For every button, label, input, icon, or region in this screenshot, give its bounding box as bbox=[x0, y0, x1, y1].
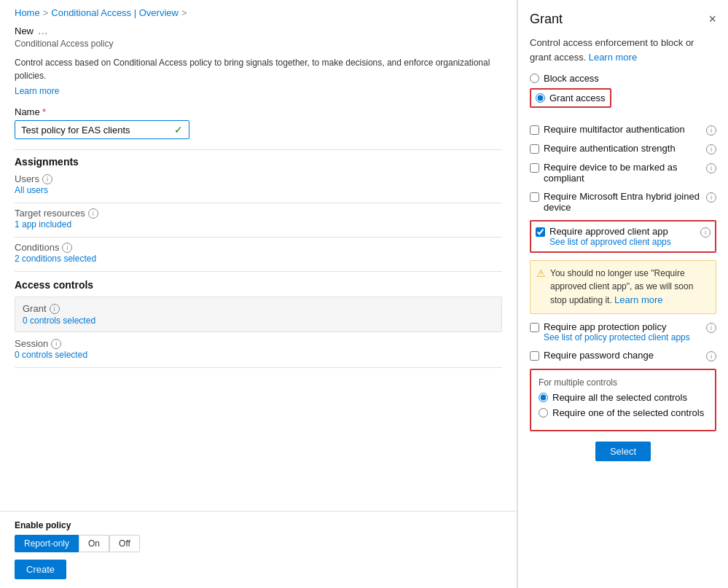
checkbox-auth-strength-label: Require authentication strength bbox=[544, 143, 676, 154]
checkbox-auth-strength-input[interactable] bbox=[530, 144, 539, 154]
page-title-text: New bbox=[15, 26, 34, 36]
left-panel: Home > Conditional Access | Overview > N… bbox=[0, 0, 517, 588]
toggle-on[interactable]: On bbox=[79, 535, 109, 552]
session-item: Session i 0 controls selected bbox=[15, 338, 502, 360]
panel-description: Control access enforcement to block or g… bbox=[530, 36, 716, 64]
require-all-option[interactable]: Require all the selected controls bbox=[539, 392, 708, 403]
checkbox-approved-client-input[interactable] bbox=[536, 227, 545, 237]
session-info-icon[interactable]: i bbox=[51, 339, 61, 349]
multiple-controls-title: For multiple controls bbox=[539, 377, 708, 388]
grant-access-option[interactable]: Grant access bbox=[536, 93, 606, 103]
grant-box-title: Grant i bbox=[23, 303, 494, 314]
grant-access-radio[interactable] bbox=[536, 93, 545, 103]
checkbox-hybrid-label: Require Microsoft Entra hybrid joined de… bbox=[544, 191, 700, 213]
name-input[interactable] bbox=[21, 125, 174, 136]
require-one-radio[interactable] bbox=[539, 408, 548, 418]
access-radio-group: Block access Grant access bbox=[530, 73, 716, 115]
approved-client-wrap: Require approved client app See list of … bbox=[549, 226, 696, 247]
right-panel: Grant × Control access enforcement to bl… bbox=[517, 0, 728, 588]
block-access-radio[interactable] bbox=[530, 74, 539, 83]
panel-learn-more[interactable]: Learn more bbox=[589, 52, 637, 63]
toggle-report-only[interactable]: Report-only bbox=[15, 535, 79, 552]
enable-policy-label: Enable policy bbox=[15, 520, 502, 530]
checkbox-password-change-label: Require password change bbox=[544, 350, 654, 361]
panel-header: Grant × bbox=[530, 12, 716, 27]
conditions-info-icon[interactable]: i bbox=[62, 243, 72, 253]
learn-more-link[interactable]: Learn more bbox=[15, 86, 59, 96]
block-access-label: Block access bbox=[544, 73, 599, 84]
block-access-option[interactable]: Block access bbox=[530, 73, 716, 84]
checkbox-password-change-wrap: Require password change bbox=[544, 350, 702, 361]
conditions-label: Conditions i bbox=[15, 242, 502, 253]
require-all-label: Require all the selected controls bbox=[552, 392, 687, 403]
checkbox-hybrid-input[interactable] bbox=[530, 192, 539, 202]
warning-text: You should no longer use "Require approv… bbox=[550, 267, 710, 307]
create-button[interactable]: Create bbox=[15, 560, 66, 579]
checkbox-mfa-input[interactable] bbox=[530, 125, 539, 135]
hybrid-info-icon[interactable]: i bbox=[706, 192, 716, 203]
checkbox-password-change-input[interactable] bbox=[530, 351, 539, 361]
checkbox-app-protection-wrap: Require app protection policy See list o… bbox=[544, 321, 702, 342]
description-text: Control access based on Conditional Acce… bbox=[15, 56, 502, 82]
require-one-label: Require one of the selected controls bbox=[552, 407, 704, 418]
breadcrumb: Home > Conditional Access | Overview > bbox=[15, 7, 502, 18]
access-controls-title: Access controls bbox=[15, 279, 502, 291]
users-info-icon[interactable]: i bbox=[42, 174, 52, 184]
users-value[interactable]: All users bbox=[15, 185, 48, 195]
warning-box: ⚠ You should no longer use "Require appr… bbox=[530, 260, 716, 314]
target-resources-info-icon[interactable]: i bbox=[88, 208, 98, 219]
grant-box[interactable]: Grant i 0 controls selected bbox=[15, 297, 502, 332]
warning-learn-more[interactable]: Learn more bbox=[614, 294, 662, 305]
checkbox-list: Require multifactor authentication i Req… bbox=[530, 124, 716, 361]
target-resources-item: Target resources i 1 app included bbox=[15, 208, 502, 230]
conditions-value[interactable]: 2 conditions selected bbox=[15, 254, 96, 264]
grant-access-box: Grant access bbox=[530, 88, 611, 108]
select-button[interactable]: Select bbox=[595, 442, 651, 461]
checkbox-mfa: Require multifactor authentication i bbox=[530, 124, 716, 136]
users-item: Users i All users bbox=[15, 173, 502, 195]
checkbox-compliant-input[interactable] bbox=[530, 163, 539, 173]
compliant-info-icon[interactable]: i bbox=[706, 163, 716, 173]
close-button[interactable]: × bbox=[708, 12, 716, 27]
conditions-item: Conditions i 2 conditions selected bbox=[15, 242, 502, 264]
breadcrumb-sep1: > bbox=[43, 7, 49, 18]
checkbox-app-protection: Require app protection policy See list o… bbox=[530, 321, 716, 342]
page-dots: ... bbox=[38, 24, 47, 37]
name-section: Name * ✓ bbox=[15, 106, 502, 139]
breadcrumb-conditional-access[interactable]: Conditional Access | Overview bbox=[51, 7, 179, 18]
approved-client-info-icon[interactable]: i bbox=[700, 227, 711, 238]
toggle-off[interactable]: Off bbox=[109, 535, 140, 552]
grant-info-icon[interactable]: i bbox=[50, 304, 60, 314]
page-subtitle: Conditional Access policy bbox=[15, 39, 502, 49]
session-label: Session i bbox=[15, 338, 502, 349]
name-input-wrapper: ✓ bbox=[15, 120, 189, 139]
require-one-option[interactable]: Require one of the selected controls bbox=[539, 407, 708, 418]
toggle-group: Report-only On Off bbox=[15, 535, 502, 552]
checkbox-auth-strength-wrap: Require authentication strength bbox=[544, 143, 702, 154]
session-value[interactable]: 0 controls selected bbox=[15, 350, 87, 360]
checkbox-mfa-label: Require multifactor authentication bbox=[544, 124, 685, 135]
target-resources-label: Target resources i bbox=[15, 208, 502, 219]
checkbox-compliant-label: Require device to be marked as compliant bbox=[544, 162, 678, 184]
mfa-info-icon[interactable]: i bbox=[706, 125, 716, 136]
approved-client-sublabel[interactable]: See list of approved client apps bbox=[549, 237, 696, 247]
password-change-info-icon[interactable]: i bbox=[706, 351, 716, 361]
app-protection-info-icon[interactable]: i bbox=[706, 323, 716, 333]
checkbox-password-change: Require password change i bbox=[530, 350, 716, 361]
checkbox-compliant-wrap: Require device to be marked as compliant bbox=[544, 162, 702, 184]
checkbox-app-protection-input[interactable] bbox=[530, 323, 539, 332]
require-all-radio[interactable] bbox=[539, 393, 548, 402]
approved-client-inner: Require approved client app See list of … bbox=[536, 226, 711, 247]
access-controls-section: Access controls Grant i 0 controls selec… bbox=[15, 279, 502, 368]
app-protection-sublabel[interactable]: See list of policy protected client apps bbox=[544, 332, 702, 342]
auth-strength-info-icon[interactable]: i bbox=[706, 144, 716, 154]
page-title: New ... bbox=[15, 24, 502, 37]
breadcrumb-home[interactable]: Home bbox=[15, 7, 40, 18]
checkbox-hybrid-wrap: Require Microsoft Entra hybrid joined de… bbox=[544, 191, 702, 213]
name-label: Name * bbox=[15, 106, 502, 117]
target-resources-value[interactable]: 1 app included bbox=[15, 219, 71, 230]
checkbox-mfa-wrap: Require multifactor authentication bbox=[544, 124, 702, 135]
checkbox-hybrid: Require Microsoft Entra hybrid joined de… bbox=[530, 191, 716, 213]
enable-policy-section: Enable policy Report-only On Off Create bbox=[0, 511, 517, 588]
approved-client-label: Require approved client app bbox=[549, 226, 668, 237]
